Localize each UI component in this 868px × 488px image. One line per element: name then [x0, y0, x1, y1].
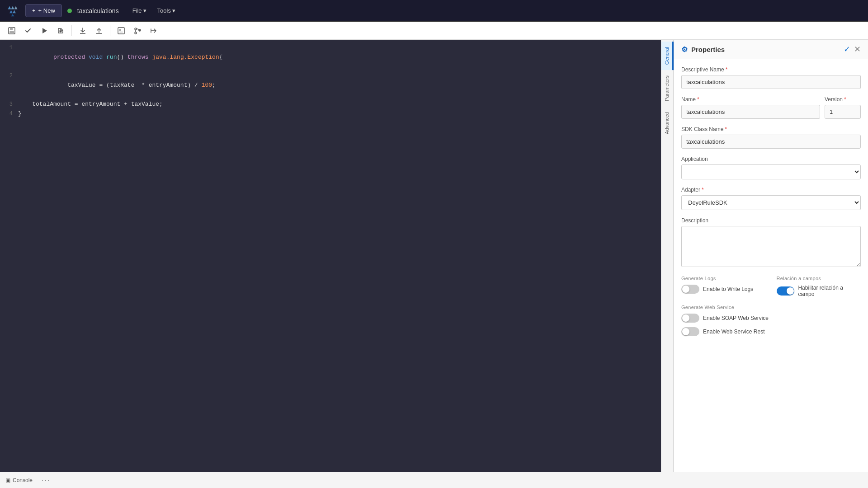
version-group: Version * [825, 96, 861, 119]
export-button[interactable] [53, 23, 68, 38]
branch-button[interactable] [130, 23, 145, 38]
properties-panel: ⚙ Properties ✓ ✕ Descriptive Name * [674, 40, 868, 472]
editor-content: 1 protected void run() throws java.lang.… [0, 40, 661, 122]
sdk-class-name-input[interactable] [681, 135, 861, 149]
description-textarea[interactable] [681, 226, 861, 267]
console-label-text: Console [13, 477, 33, 483]
code-line-4: 4 } [0, 109, 661, 119]
relacion-campos-section: Relación a campos Habilitar relación a c… [777, 276, 861, 297]
enable-rest-toggle-group: Enable Web Service Rest [681, 327, 861, 336]
description-group: Description [681, 217, 861, 268]
tools-menu[interactable]: Tools ▾ [153, 5, 180, 16]
descriptive-name-label: Descriptive Name * [681, 66, 861, 73]
new-button[interactable]: + + New [25, 4, 62, 17]
toolbar-divider-2 [110, 25, 110, 36]
code-line-1: 1 protected void run() throws java.lang.… [0, 43, 661, 71]
generate-logs-section: Generate Logs Enable to Write Logs [681, 276, 766, 297]
code-line-2: 2 taxValue = (taxRate * entryAmount) / 1… [0, 71, 661, 99]
logs-relacion-section: Generate Logs Enable to Write Logs [681, 276, 861, 297]
tools-menu-arrow: ▾ [172, 7, 175, 14]
app-logo [5, 4, 20, 18]
required-marker: * [726, 66, 728, 73]
status-indicator [67, 9, 72, 13]
panel-title-text: Properties [691, 46, 725, 53]
toolbar-divider-1 [71, 25, 72, 36]
descriptive-name-group: Descriptive Name * [681, 66, 861, 89]
web-service-section: Generate Web Service Enable SOAP Web Ser… [681, 305, 861, 336]
enable-soap-toggle-group: Enable SOAP Web Service [681, 314, 861, 323]
panel-actions: ✓ ✕ [844, 44, 861, 54]
enable-write-logs-label: Enable to Write Logs [703, 286, 753, 292]
adapter-label: Adapter * [681, 187, 861, 193]
side-panel-tabs: General Parameters Advanced [661, 40, 674, 472]
accept-button[interactable]: ✓ [844, 44, 850, 54]
navbar: + + New taxcalculations File ▾ Tools ▾ [0, 0, 868, 22]
main-layout: 1 protected void run() throws java.lang.… [0, 40, 868, 472]
upload-button[interactable] [92, 23, 106, 38]
panel-title: ⚙ Properties [681, 45, 725, 54]
svg-rect-6 [119, 29, 121, 31]
download-button[interactable] [75, 23, 90, 38]
enable-rest-label: Enable Web Service Rest [703, 328, 765, 335]
habilitar-relacion-toggle-group: Habilitar relación a campo [777, 285, 861, 297]
svg-rect-7 [119, 32, 123, 33]
file-menu-arrow: ▾ [143, 7, 146, 14]
tab-advanced[interactable]: Advanced [661, 107, 674, 140]
validate-button[interactable] [21, 23, 35, 38]
code-editor[interactable]: 1 protected void run() throws java.lang.… [0, 40, 661, 472]
enable-write-logs-toggle[interactable] [681, 285, 699, 294]
name-input[interactable] [681, 105, 820, 119]
share-button[interactable] [146, 23, 161, 38]
gear-icon: ⚙ [681, 45, 688, 54]
panel-header: ⚙ Properties ✓ ✕ [674, 40, 868, 59]
name-version-row: Name * Version * [681, 96, 861, 126]
application-group: Application [681, 156, 861, 179]
relacion-campos-label: Relación a campos [777, 276, 861, 281]
generate-logs-section-label: Generate Logs [681, 276, 766, 281]
run-button[interactable] [37, 23, 52, 38]
save-button[interactable] [5, 23, 19, 38]
svg-rect-1 [10, 28, 13, 30]
close-panel-button[interactable]: ✕ [854, 44, 861, 54]
file-menu[interactable]: File ▾ [128, 5, 151, 16]
version-input[interactable] [825, 105, 861, 119]
toolbar [0, 22, 868, 40]
nav-filename: taxcalculations [77, 7, 119, 14]
name-label: Name * [681, 96, 820, 103]
nav-menu: File ▾ Tools ▾ [128, 5, 180, 16]
console-more-button[interactable]: ··· [42, 476, 50, 484]
enable-soap-label: Enable SOAP Web Service [703, 315, 769, 321]
svg-rect-2 [9, 31, 14, 34]
version-label: Version * [825, 96, 861, 103]
descriptive-name-input[interactable] [681, 75, 861, 89]
enable-rest-toggle[interactable] [681, 327, 699, 336]
habilitar-relacion-label: Habilitar relación a campo [798, 285, 861, 297]
bottom-bar: ▣ Console ··· [0, 472, 868, 488]
tab-parameters[interactable]: Parameters [661, 70, 674, 107]
code-line-3: 3 totalAmount = entryAmount + taxValue; [0, 100, 661, 109]
new-button-label: + New [38, 7, 55, 14]
code-view-button[interactable] [114, 23, 128, 38]
enable-write-logs-toggle-group: Enable to Write Logs [681, 285, 766, 294]
description-label: Description [681, 217, 861, 224]
console-toggle[interactable]: ▣ Console [5, 477, 33, 483]
enable-soap-toggle[interactable] [681, 314, 699, 323]
console-icon: ▣ [5, 477, 10, 483]
habilitar-relacion-toggle[interactable] [777, 286, 795, 296]
generate-web-service-label: Generate Web Service [681, 305, 861, 310]
panel-body: Descriptive Name * Name * Version [674, 59, 868, 472]
svg-point-9 [135, 32, 137, 34]
application-select[interactable] [681, 164, 861, 179]
adapter-select[interactable]: DeyelRuleSDK Other [681, 195, 861, 210]
application-label: Application [681, 156, 861, 162]
name-group: Name * [681, 96, 820, 119]
sdk-class-name-group: SDK Class Name * [681, 126, 861, 149]
adapter-group: Adapter * DeyelRuleSDK Other [681, 187, 861, 210]
tab-general[interactable]: General [661, 42, 674, 70]
sdk-class-name-label: SDK Class Name * [681, 126, 861, 132]
plus-icon: + [32, 7, 36, 14]
svg-point-8 [135, 28, 137, 30]
